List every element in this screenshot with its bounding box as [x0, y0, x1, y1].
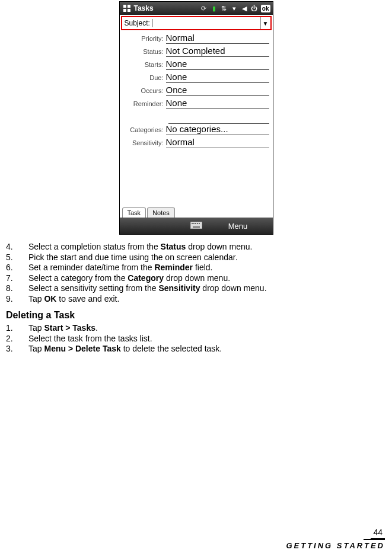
field-occurs[interactable]: Occurs: Once	[123, 85, 269, 98]
svg-rect-7	[195, 223, 196, 224]
signal-icon: ▾	[230, 4, 238, 12]
field-starts[interactable]: Starts: None	[123, 59, 269, 72]
section-heading: Deleting a Task	[6, 310, 386, 321]
instructions-deleting: 1.Tap Start > Tasks. 2.Select the task f…	[6, 323, 386, 354]
battery-icon: ▮	[210, 4, 218, 12]
footer-label: Getting Started	[286, 541, 385, 550]
list-item: 5.Pick the start and due time using the …	[6, 253, 386, 263]
page-footer: 44 Getting Started	[286, 528, 385, 550]
field-status[interactable]: Status: Not Completed	[123, 46, 269, 59]
phone-statusbar: Tasks ⟳ ▮ ⇅ ▾ ◀ ⏻ ok	[120, 2, 273, 15]
svg-rect-0	[123, 5, 126, 8]
tabs: Task Notes	[120, 204, 273, 218]
connection-icon: ⇅	[220, 4, 228, 12]
field-reminder[interactable]: Reminder: None	[123, 98, 269, 111]
svg-rect-8	[197, 223, 198, 224]
list-item: 3.Tap Menu > Delete Task to delete the s…	[6, 344, 386, 354]
svg-rect-5	[192, 223, 193, 224]
keyboard-icon[interactable]	[189, 222, 203, 231]
app-title: Tasks	[134, 4, 197, 12]
svg-rect-6	[193, 223, 195, 224]
softkey-bar: Menu	[120, 218, 273, 234]
svg-rect-1	[128, 5, 130, 8]
svg-rect-10	[193, 226, 200, 228]
ok-button[interactable]: ok	[261, 5, 270, 12]
device-screenshot: Tasks ⟳ ▮ ⇅ ▾ ◀ ⏻ ok Subject: ▼ Priority…	[119, 1, 273, 235]
svg-rect-9	[199, 223, 200, 224]
field-categories[interactable]: Categories: No categories...	[123, 124, 269, 137]
power-icon: ⏻	[250, 4, 259, 12]
field-priority[interactable]: Priority: Normal	[123, 33, 269, 46]
list-item: 2.Select the task from the tasks list.	[6, 334, 386, 344]
chevron-down-icon[interactable]: ▼	[261, 20, 270, 27]
field-gap	[168, 111, 269, 124]
tab-task[interactable]: Task	[122, 207, 146, 218]
list-item: 4.Select a completion status from the St…	[6, 242, 386, 253]
volume-icon: ◀	[240, 4, 248, 12]
field-due[interactable]: Due: None	[123, 72, 269, 85]
subject-label: Subject:	[122, 19, 153, 27]
start-icon[interactable]	[122, 4, 132, 13]
sync-icon: ⟳	[200, 4, 208, 12]
softkey-menu[interactable]: Menu	[203, 222, 273, 231]
list-item: 1.Tap Start > Tasks.	[6, 323, 386, 334]
subject-input[interactable]	[153, 17, 261, 29]
svg-rect-2	[123, 9, 126, 12]
instructions-continued: 4.Select a completion status from the St…	[6, 242, 386, 304]
task-fields: Priority: Normal Status: Not Completed S…	[120, 31, 273, 152]
blank-area	[120, 152, 273, 204]
svg-rect-4	[190, 222, 202, 229]
subject-row[interactable]: Subject: ▼	[121, 16, 272, 30]
tab-notes[interactable]: Notes	[147, 207, 175, 218]
list-item: 7.Select a category from the Category dr…	[6, 273, 386, 284]
status-icons: ⟳ ▮ ⇅ ▾ ◀ ⏻	[200, 4, 259, 12]
list-item: 6.Set a reminder date/time from the Remi…	[6, 263, 386, 273]
svg-rect-3	[128, 9, 130, 12]
page-number: 44	[371, 528, 385, 539]
list-item: 8.Select a sensitivity setting from the …	[6, 283, 386, 294]
field-sensitivity[interactable]: Sensitivity: Normal	[123, 137, 269, 150]
list-item: 9.Tap OK to save and exit.	[6, 294, 386, 305]
